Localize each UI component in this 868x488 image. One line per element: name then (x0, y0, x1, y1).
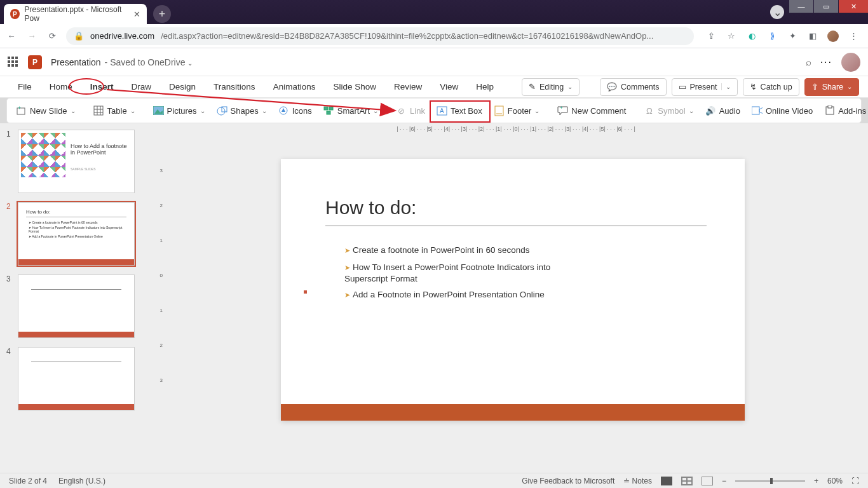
svg-marker-22 (759, 107, 763, 114)
zoom-out-button[interactable]: − (722, 477, 726, 485)
thumbnail-slide-4[interactable] (18, 347, 135, 410)
slide-title[interactable]: How to do: (325, 197, 416, 219)
language-indicator[interactable]: English (U.S.) (58, 477, 105, 485)
save-status: Saved to OneDrive (110, 57, 185, 67)
thumb-number: 2 (6, 202, 14, 266)
view-normal-icon[interactable] (661, 477, 672, 485)
zoom-in-button[interactable]: + (814, 477, 818, 485)
notes-toggle[interactable]: ≐ Notes (623, 477, 652, 485)
browser-tab[interactable]: P Presentation.pptx - Microsoft Pow ✕ (4, 4, 147, 24)
bookmark-star-icon[interactable]: ☆ (726, 30, 737, 42)
share-label: Share (822, 83, 843, 92)
online-video-button[interactable]: Online Video (748, 103, 817, 119)
editing-mode-button[interactable]: ✎ Editing ⌄ (522, 78, 580, 96)
menu-transitions[interactable]: Transitions (205, 78, 264, 95)
zoom-slider[interactable] (735, 480, 805, 482)
new-tab-button[interactable]: + (153, 5, 171, 23)
more-icon[interactable]: ··· (820, 57, 832, 68)
share-icon[interactable]: ⇪ (705, 30, 717, 42)
table-button[interactable]: Table⌄ (90, 103, 139, 119)
view-reading-icon[interactable] (702, 477, 713, 485)
slide-footer-bar (281, 404, 745, 421)
present-button[interactable]: ▭ Present ⌄ (672, 78, 738, 96)
status-bar: Slide 2 of 4 English (U.S.) Give Feedbac… (0, 473, 868, 488)
svg-rect-21 (752, 107, 759, 114)
audio-icon: 🔊 (705, 105, 716, 116)
app-header: P Presentation - Saved to OneDrive ⌄ ⌕ ·… (0, 48, 868, 76)
url-domain: onedrive.live.com (90, 31, 154, 41)
menu-animations[interactable]: Animations (264, 78, 325, 95)
search-icon[interactable]: ⌕ (806, 57, 811, 67)
chrome-menu-icon[interactable]: ⋮ (848, 30, 859, 42)
table-icon (93, 105, 104, 116)
profile-avatar[interactable] (827, 30, 839, 42)
slide-bullet-1[interactable]: Create a footnote in PowerPoint in 60 se… (344, 245, 529, 255)
footer-button[interactable]: Footer⌄ (490, 103, 544, 119)
smartart-icon (323, 105, 334, 116)
app-launcher-icon[interactable] (8, 57, 19, 68)
menu-design[interactable]: Design (160, 78, 205, 95)
menu-home[interactable]: Home (41, 78, 81, 95)
chrome-account-chevron-icon[interactable]: ⌄ (770, 5, 784, 19)
ext-cast-icon[interactable]: ⟫ (766, 30, 778, 42)
window-minimize-button[interactable]: — (789, 0, 813, 13)
extensions-puzzle-icon[interactable]: ✦ (787, 30, 798, 42)
share-button[interactable]: ⇧ Share ⌄ (804, 78, 859, 96)
present-icon: ▭ (679, 82, 686, 92)
catchup-icon: ↯ (750, 82, 757, 92)
nav-back-icon[interactable]: ← (5, 31, 18, 41)
comment-icon: 💬 (607, 82, 617, 92)
smartart-button[interactable]: SmartArt⌄ (320, 103, 382, 119)
svg-text:+: + (560, 106, 563, 111)
svg-rect-15 (327, 111, 330, 114)
slide-bullet-3[interactable]: Add a Footnote in PowerPoint Presentatio… (344, 290, 545, 299)
catchup-button[interactable]: ↯ Catch up (743, 78, 799, 96)
thumbnail-slide-3[interactable] (18, 274, 135, 338)
icons-button[interactable]: Icons (275, 103, 316, 119)
nav-forward-icon[interactable]: → (25, 31, 38, 41)
svg-rect-13 (324, 107, 328, 110)
side-panel-icon[interactable]: ◧ (807, 30, 818, 42)
feedback-link[interactable]: Give Feedback to Microsoft (522, 477, 614, 485)
addins-button[interactable]: Add-ins (820, 103, 868, 119)
zoom-level[interactable]: 60% (827, 477, 843, 485)
thumbnail-slide-2[interactable]: How to do: ➤ Create a footnote in PowerP… (18, 202, 135, 266)
thumbnail-slide-1[interactable]: How to Add a footnote in PowerPoint SAMP… (18, 130, 135, 193)
link-button[interactable]: ⊘ Link (392, 103, 429, 119)
link-icon: ⊘ (396, 105, 407, 116)
ext-circle-icon[interactable]: ◐ (746, 30, 757, 42)
comments-button[interactable]: 💬 Comments (600, 78, 666, 96)
window-maximize-button[interactable]: ▭ (814, 0, 838, 13)
new-comment-button[interactable]: + New Comment (553, 103, 630, 119)
workspace: 1 How to Add a footnote in PowerPoint SA… (0, 123, 868, 473)
user-avatar[interactable] (841, 53, 860, 72)
pencil-icon: ✎ (529, 82, 536, 92)
menu-file[interactable]: File (9, 78, 41, 95)
browser-tabstrip: P Presentation.pptx - Microsoft Pow ✕ + … (0, 0, 868, 24)
slide-counter[interactable]: Slide 2 of 4 (9, 477, 47, 485)
catchup-label: Catch up (761, 83, 792, 92)
textbox-button[interactable]: A Text Box (433, 103, 486, 119)
symbol-button[interactable]: Ω Symbol⌄ (640, 103, 697, 119)
document-title[interactable]: Presentation - Saved to OneDrive ⌄ (51, 57, 193, 67)
new-slide-button[interactable]: + New Slide⌄ (12, 103, 79, 119)
menu-draw[interactable]: Draw (123, 78, 161, 95)
menu-view[interactable]: View (431, 78, 467, 95)
slide-bullet-2[interactable]: How To Insert a PowerPoint Footnote Indi… (344, 262, 586, 284)
pictures-button[interactable]: Pictures⌄ (149, 103, 209, 119)
menu-help[interactable]: Help (467, 78, 503, 95)
menu-insert[interactable]: Insert (81, 78, 123, 95)
browser-extensions: ⇪ ☆ ◐ ⟫ ✦ ◧ ⋮ (702, 30, 863, 42)
menu-review[interactable]: Review (385, 78, 431, 95)
shapes-button[interactable]: Shapes⌄ (213, 103, 271, 119)
view-sorter-icon[interactable] (681, 477, 693, 485)
fit-to-window-icon[interactable]: ⛶ (851, 477, 859, 485)
window-close-button[interactable]: ✕ (839, 0, 868, 13)
tab-close-icon[interactable]: ✕ (133, 10, 140, 19)
nav-reload-icon[interactable]: ⟳ (46, 31, 58, 41)
menu-slideshow[interactable]: Slide Show (324, 78, 385, 95)
audio-button[interactable]: 🔊 Audio (702, 103, 744, 119)
window-controls: — ▭ ✕ (789, 0, 868, 13)
address-bar[interactable]: 🔒 onedrive.live.com /edit.aspx?action=ed… (66, 27, 694, 45)
slide-canvas[interactable]: How to do: Create a footnote in PowerPoi… (281, 159, 745, 421)
